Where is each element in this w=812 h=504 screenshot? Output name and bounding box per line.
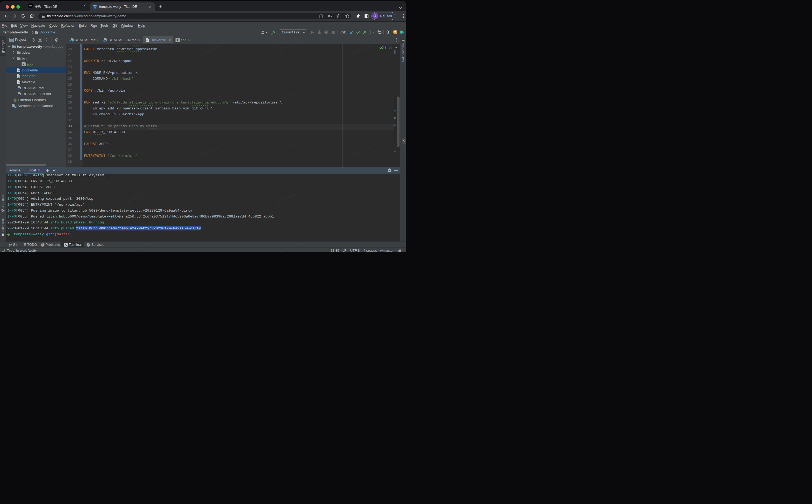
svg-text:MD: MD bbox=[17, 94, 20, 96]
svg-text:MD: MD bbox=[104, 40, 106, 42]
svg-text:MD: MD bbox=[17, 88, 20, 90]
